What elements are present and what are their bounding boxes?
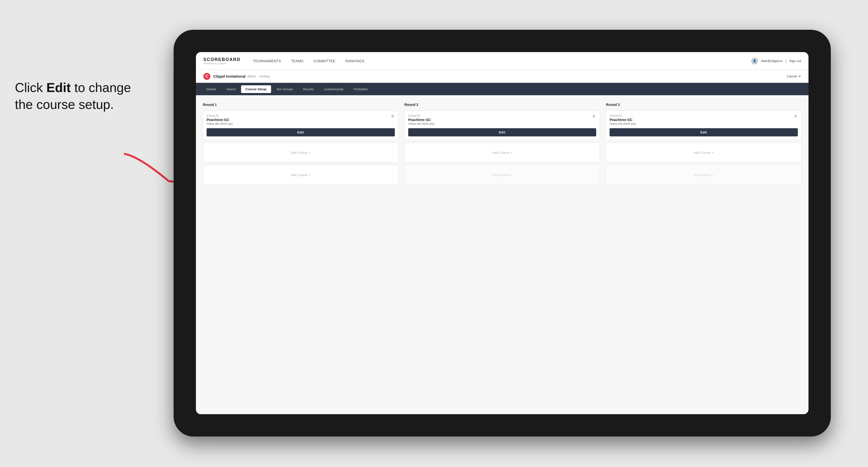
instruction-prefix: Click [15, 80, 46, 95]
nav-committee[interactable]: COMMITTEE [313, 59, 336, 63]
round-1-course-label: (Course A) [207, 114, 395, 117]
tab-course-setup[interactable]: Course Setup [241, 85, 271, 93]
nav-user-area: 👤 blair@clippd.io | Sign out [751, 58, 801, 64]
round-3-course-details: Yellow (M) (6629 yds) [610, 122, 798, 125]
round-3-column: Round 3 🗑 (Course A) Peachtree GC Yellow… [606, 103, 802, 185]
tournament-logo: C [204, 73, 210, 80]
tournament-status: Hosting [259, 75, 270, 78]
tablet-screen: SCOREBOARD Powered by clippd TOURNAMENTS… [196, 52, 808, 414]
nav-teams[interactable]: TEAMS [291, 59, 304, 63]
cancel-icon: ✕ [798, 74, 801, 78]
round-3-title: Round 3 [606, 103, 802, 107]
round-3-delete-icon[interactable]: 🗑 [793, 113, 798, 119]
instruction-bold: Edit [46, 80, 71, 95]
nav-tournaments[interactable]: TOURNAMENTS [253, 59, 281, 63]
round-3-add-course-2: Add Course + [606, 165, 802, 185]
nav-links-container: TOURNAMENTS TEAMS COMMITTEE RANKINGS [253, 59, 751, 63]
round-1-course-name: Peachtree GC [207, 118, 395, 122]
tab-teams[interactable]: Teams [222, 85, 240, 93]
round-1-edit-button[interactable]: Edit [207, 128, 395, 136]
round-3-course-name: Peachtree GC [610, 118, 798, 122]
round-1-delete-icon[interactable]: 🗑 [390, 113, 395, 119]
round-3-add-label-1: Add Course + [694, 151, 714, 155]
round-3-course-label: (Course A) [610, 114, 798, 117]
tab-printables[interactable]: Printables [349, 85, 372, 93]
tabs-bar: Details Teams Course Setup Tee Groups Re… [196, 83, 808, 95]
round-2-title: Round 2 [404, 103, 600, 107]
cancel-label: Cancel [787, 74, 797, 78]
user-separator: | [785, 59, 786, 63]
round-1-column: Round 1 🗑 (Course A) Peachtree GC Yellow… [203, 103, 399, 185]
tablet-device: SCOREBOARD Powered by clippd TOURNAMENTS… [174, 30, 831, 436]
round-3-add-course-1[interactable]: Add Course + [606, 143, 802, 162]
round-1-add-label-2: Add Course + [291, 173, 310, 177]
round-2-course-name: Peachtree GC [408, 118, 596, 122]
round-2-course-label: (Course A) [408, 114, 596, 117]
logo-main-text: SCOREBOARD [204, 57, 241, 62]
instruction-text: Click Edit to change the course setup. [0, 69, 154, 123]
tournament-gender: (Men) [248, 74, 256, 78]
round-1-course-details: Yellow (M) (6629 yds) [207, 122, 395, 125]
round-2-course-card: 🗑 (Course A) Peachtree GC Yellow (M) (66… [404, 111, 600, 140]
logo-sub-text: Powered by clippd [204, 62, 241, 65]
tournament-bar: C Clippd Invitational (Men) Hosting Canc… [196, 70, 808, 83]
round-2-edit-button[interactable]: Edit [408, 128, 596, 136]
round-2-add-course-2: Add Course + [404, 165, 600, 185]
round-3-edit-button[interactable]: Edit [610, 128, 798, 136]
round-3-course-card: 🗑 (Course A) Peachtree GC Yellow (M) (66… [606, 111, 802, 140]
round-2-add-course-1[interactable]: Add Course + [404, 143, 600, 162]
round-2-add-label-2: Add Course + [492, 173, 512, 177]
round-2-column: Round 2 🗑 (Course A) Peachtree GC Yellow… [404, 103, 600, 185]
sign-out-link[interactable]: Sign out [789, 59, 801, 63]
top-nav-bar: SCOREBOARD Powered by clippd TOURNAMENTS… [196, 52, 808, 70]
round-2-add-label-1: Add Course + [492, 151, 512, 155]
round-3-add-label-2: Add Course + [694, 173, 714, 177]
scoreboard-logo: SCOREBOARD Powered by clippd [204, 57, 241, 65]
round-1-title: Round 1 [203, 103, 399, 107]
rounds-grid: Round 1 🗑 (Course A) Peachtree GC Yellow… [203, 103, 802, 185]
round-2-course-details: Yellow (M) (6629 yds) [408, 122, 596, 125]
user-avatar: 👤 [751, 58, 758, 64]
round-1-add-course-2[interactable]: Add Course + [203, 165, 399, 185]
tournament-name: Clippd Invitational [213, 74, 246, 79]
tab-details[interactable]: Details [202, 85, 221, 93]
nav-rankings[interactable]: RANKINGS [345, 59, 365, 63]
round-1-add-course-1[interactable]: Add Course + [203, 143, 399, 162]
round-2-delete-icon[interactable]: 🗑 [591, 113, 597, 119]
main-content: Round 1 🗑 (Course A) Peachtree GC Yellow… [196, 95, 808, 414]
user-email: blair@clippd.io [761, 59, 782, 63]
tab-leaderboards[interactable]: Leaderboards [319, 85, 348, 93]
tab-results[interactable]: Results [299, 85, 318, 93]
round-1-course-card: 🗑 (Course A) Peachtree GC Yellow (M) (66… [203, 111, 399, 140]
cancel-button[interactable]: Cancel ✕ [787, 74, 801, 78]
round-1-add-label-1: Add Course + [291, 151, 310, 155]
tab-tee-groups[interactable]: Tee Groups [272, 85, 298, 93]
